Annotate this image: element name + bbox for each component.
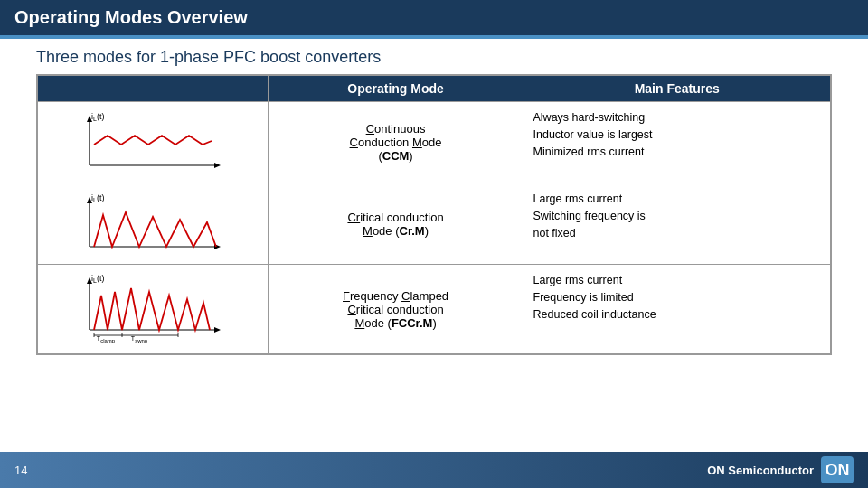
svg-text:iL(t): iL(t) <box>91 112 104 122</box>
feature-ccm-2: Inductor value is largest <box>533 128 653 141</box>
mode-crm-line2: Mode (Cr.M) <box>363 224 429 238</box>
svg-text:iL(t): iL(t) <box>91 193 104 203</box>
mode-ccm-line3: (CCM) <box>378 149 412 163</box>
svg-text:Tclamp: Tclamp <box>97 335 116 343</box>
features-fccrm: Large rms current Frequency is limited R… <box>524 265 831 354</box>
logo-box: ON <box>821 456 854 483</box>
feature-crm-1: Large rms current <box>533 192 623 205</box>
company-logo: ON Semiconductor ON <box>707 456 854 483</box>
mode-fccrm-line1: Frequency Clamped <box>343 289 448 303</box>
svg-marker-3 <box>214 163 221 168</box>
page-number: 14 <box>14 464 27 477</box>
mode-crm-line1: Critical conduction <box>347 211 443 224</box>
features-crm: Large rms current Switching frequency is… <box>524 183 831 265</box>
page-footer: 14 ON Semiconductor ON <box>0 452 868 488</box>
header-title: Operating Modes Overview <box>14 7 248 27</box>
waveform-fccrm: iL(t) Tclamp Tswno <box>38 265 269 354</box>
feature-fccrm-1: Large rms current <box>533 274 623 286</box>
main-content: Operating Mode Main Features <box>0 74 868 355</box>
mode-ccm-line2: Conduction Mode <box>350 136 442 149</box>
modes-table: Operating Mode Main Features <box>37 75 831 354</box>
table-row: iL(t) Critical conduction Mode (Cr.M) <box>38 183 831 265</box>
col-header-features: Main Features <box>524 76 831 102</box>
table-row: iL(t) Tclamp Tswno <box>38 265 831 354</box>
page-header: Operating Modes Overview <box>0 0 868 35</box>
mode-ccm: Continuous Conduction Mode (CCM) <box>268 102 524 183</box>
svg-text:Tswno: Tswno <box>131 335 148 343</box>
table-header-row: Operating Mode Main Features <box>38 76 831 102</box>
feature-ccm-3: Minimized rms current <box>533 145 645 158</box>
mode-fccrm-line2: Critical conduction <box>347 303 443 316</box>
mode-crm: Critical conduction Mode (Cr.M) <box>268 183 524 265</box>
mode-fccrm: Frequency Clamped Critical conduction Mo… <box>268 265 524 354</box>
feature-crm-2: Switching frequency is <box>533 210 646 222</box>
mode-fccrm-line3: Mode (FCCr.M) <box>354 316 436 330</box>
svg-text:iL(t): iL(t) <box>91 274 104 284</box>
waveform-crm: iL(t) <box>38 183 269 265</box>
svg-marker-13 <box>214 327 221 333</box>
logo-text: ON <box>826 461 850 480</box>
mode-ccm-line1: Continuous <box>366 122 426 136</box>
col-header-waveform <box>38 76 269 102</box>
col-header-mode: Operating Mode <box>268 76 524 102</box>
feature-fccrm-3: Reduced coil inductance <box>533 308 656 321</box>
modes-table-wrapper: Operating Mode Main Features <box>36 74 832 355</box>
waveform-ccm: iL(t) <box>38 102 269 183</box>
features-ccm: Always hard-switching Inductor value is … <box>524 102 831 183</box>
feature-fccrm-2: Frequency is limited <box>533 291 634 304</box>
feature-ccm-1: Always hard-switching <box>533 111 646 124</box>
company-name: ON Semiconductor <box>707 464 814 477</box>
page-subtitle: Three modes for 1-phase PFC boost conver… <box>0 39 868 74</box>
table-row: iL(t) Continuous Conduction Mode (CCM) <box>38 102 831 183</box>
feature-crm-3: not fixed <box>533 227 576 239</box>
